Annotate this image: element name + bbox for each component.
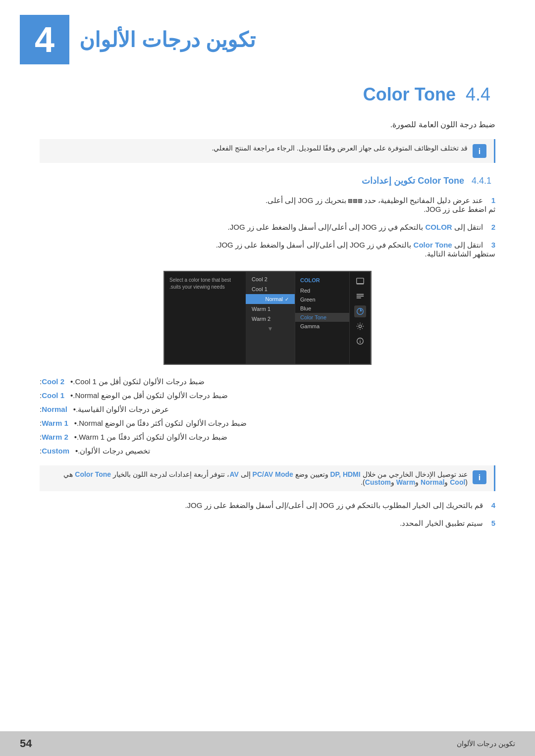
desc-panel-text: Select a color tone that best suits your… bbox=[169, 277, 241, 291]
bullet-list: ضبط درجات الألوان لتكون أقل من Cool 1. •… bbox=[40, 377, 495, 455]
menu-title: COLOR bbox=[295, 276, 349, 286]
step-2-text: 2 انتقل إلى COLOR بالتحكم في زر JOG إلى … bbox=[40, 223, 495, 232]
step-3: 3 انتقل إلى Color Tone بالتحكم في زر JOG… bbox=[40, 241, 495, 258]
bullet-item-warm2: ضبط درجات الألوان لتكون أكثر دفئًا من Wa… bbox=[40, 433, 495, 442]
bullet-item-cool2: ضبط درجات الألوان لتكون أقل من Cool 1. •… bbox=[40, 377, 495, 386]
step-3-text: 3 انتقل إلى Color Tone بالتحكم في زر JOG… bbox=[40, 241, 495, 258]
sidebar-icon-text bbox=[354, 291, 366, 302]
final-steps: 4 قم بالتحريك إلى الخيار المطلوب بالتحكم… bbox=[40, 501, 495, 528]
submenu-warm1: Warm 1 bbox=[246, 304, 295, 314]
submenu-cool2: Cool 2 bbox=[246, 274, 295, 284]
color-icon bbox=[356, 307, 365, 316]
menu-item-red: Red bbox=[295, 286, 349, 295]
page-header: تكوين درجات الألوان 4 bbox=[0, 0, 535, 74]
svg-rect-6 bbox=[356, 298, 361, 299]
svg-rect-5 bbox=[356, 296, 363, 297]
chapter-number: 4 bbox=[35, 19, 54, 60]
bullet-item-warm1: ضبط درجات الألوان لتكون أكثر دفئًا من ال… bbox=[40, 419, 495, 428]
note-text-2: عند توصيل الإدخال الخارجي من خلال DP, HD… bbox=[47, 470, 468, 486]
monitor-container: i COLOR Red Green Blue Color Tone Gamma … bbox=[163, 271, 372, 365]
step-4-label: 4 bbox=[491, 501, 495, 509]
bullet-item-custom: تخصيص درجات الألوان. • Custom: bbox=[40, 447, 495, 455]
sidebar-icon-color bbox=[354, 305, 366, 317]
main-content: Color Tone 4.4 ضبط درجة اللون العامة للص… bbox=[0, 74, 535, 576]
sidebar-icon-picture bbox=[354, 276, 366, 288]
svg-text:i: i bbox=[479, 473, 481, 482]
gear-icon bbox=[356, 322, 365, 331]
note-box-1: i قد تختلف الوظائف المتوفرة على جهاز الع… bbox=[40, 139, 495, 163]
step-5: 5 سيتم تطبيق الخيار المحدد. bbox=[40, 519, 495, 528]
submenu-arrow: ▼ bbox=[246, 324, 295, 334]
menu-sidebar: i bbox=[350, 272, 371, 364]
section-description: ضبط درجة اللون العامة للصورة. bbox=[40, 120, 495, 129]
chapter-number-box: 4 bbox=[20, 15, 69, 64]
desc-panel: Select a color tone that best suits your… bbox=[164, 272, 246, 364]
submenu-normal-label: Normal bbox=[266, 296, 283, 302]
step-2: 2 انتقل إلى COLOR بالتحكم في زر JOG إلى … bbox=[40, 223, 495, 232]
subsection-number: 4.4.1 bbox=[472, 176, 491, 186]
step-3-label: 3 bbox=[491, 241, 495, 249]
menu-item-blue: Blue bbox=[295, 304, 349, 313]
submenu-cool1: Cool 1 bbox=[246, 284, 295, 294]
subsection-title: تكوين إعدادات Color Tone bbox=[362, 175, 464, 186]
submenu-normal: ✓ Normal bbox=[246, 294, 295, 304]
svg-rect-4 bbox=[356, 294, 363, 295]
footer-chapter-text: تكوين درجات الألوان bbox=[457, 740, 515, 748]
menu-panel: COLOR Red Green Blue Color Tone Gamma bbox=[295, 272, 350, 364]
checkmark-icon: ✓ bbox=[285, 297, 289, 302]
text-icon bbox=[356, 292, 365, 301]
bullet-item-normal: عرض درجات الألوان القياسية. • Normal: bbox=[40, 405, 495, 414]
section-header: Color Tone 4.4 bbox=[40, 84, 495, 105]
step-1-label: 1 bbox=[491, 196, 495, 204]
submenu-warm2: Warm 2 bbox=[246, 314, 295, 324]
section-title: Color Tone bbox=[363, 84, 456, 105]
step-4-text: 4 قم بالتحريك إلى الخيار المطلوب بالتحكم… bbox=[40, 501, 495, 510]
svg-point-8 bbox=[359, 325, 361, 327]
info-icon: i bbox=[356, 337, 365, 346]
footer-page-number: 54 bbox=[20, 737, 32, 750]
svg-text:i: i bbox=[359, 339, 361, 344]
page-footer: تكوين درجات الألوان 54 bbox=[0, 731, 535, 756]
step-4: 4 قم بالتحريك إلى الخيار المطلوب بالتحكم… bbox=[40, 501, 495, 510]
submenu-panel: Cool 2 Cool 1 ✓ Normal Warm 1 Warm 2 ▼ bbox=[246, 272, 295, 364]
step-5-label: 5 bbox=[491, 519, 495, 527]
svg-rect-3 bbox=[356, 284, 363, 285]
bullet-item-cool1: ضبط درجات الألوان لتكون أقل من الوضع Nor… bbox=[40, 391, 495, 400]
subsection-header: تكوين إعدادات Color Tone 4.4.1 bbox=[40, 175, 495, 186]
note-icon-1: i bbox=[473, 144, 486, 158]
sidebar-icon-settings bbox=[354, 320, 366, 332]
section-number: 4.4 bbox=[466, 84, 490, 105]
step-2-label: 2 bbox=[491, 223, 495, 231]
svg-rect-2 bbox=[356, 278, 363, 284]
menu-item-gamma: Gamma bbox=[295, 322, 349, 331]
menu-item-colortone: Color Tone bbox=[295, 313, 349, 322]
menu-item-green: Green bbox=[295, 295, 349, 304]
monitor-ui: i COLOR Red Green Blue Color Tone Gamma … bbox=[40, 271, 495, 365]
step-5-text: 5 سيتم تطبيق الخيار المحدد. bbox=[40, 519, 495, 528]
svg-text:i: i bbox=[479, 147, 481, 155]
sidebar-icon-info: i bbox=[354, 335, 366, 347]
note-box-2: i عند توصيل الإدخال الخارجي من خلال DP, … bbox=[40, 465, 495, 491]
picture-icon bbox=[356, 277, 365, 286]
chapter-title: تكوين درجات الألوان bbox=[79, 28, 256, 52]
header-right: تكوين درجات الألوان 4 bbox=[20, 15, 256, 64]
note-icon-2: i bbox=[473, 470, 486, 484]
step-1-text: 1 عند عرض دليل المفاتيح الوظيفية، حدد بت… bbox=[40, 196, 495, 214]
step-1: 1 عند عرض دليل المفاتيح الوظيفية، حدد بت… bbox=[40, 196, 495, 214]
note-text-1: قد تختلف الوظائف المتوفرة على جهاز العرض… bbox=[212, 144, 468, 152]
